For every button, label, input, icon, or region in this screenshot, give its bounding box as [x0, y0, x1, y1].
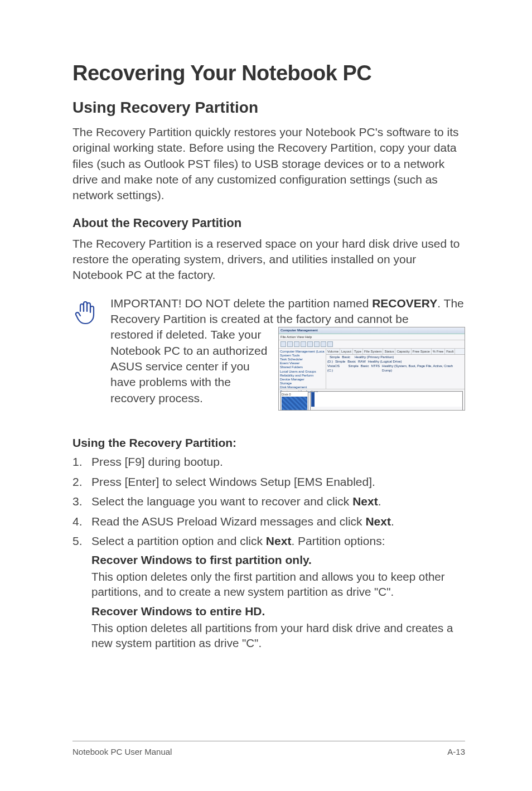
hand-stop-icon	[72, 297, 99, 328]
important-rest: restored if deleted. Take your Notebook …	[110, 327, 269, 406]
important-callout: IMPORTANT! DO NOT delete the partition n…	[72, 296, 465, 411]
option-1-body: This option deletes only the first parti…	[91, 569, 465, 599]
page-title: Recovering Your Notebook PC	[72, 61, 465, 85]
shot-toolbar	[279, 340, 465, 349]
shot-titlebar: Computer Management	[279, 327, 465, 334]
page-footer: Notebook PC User Manual A-13	[72, 741, 465, 756]
shot-grid: VolumeLayoutTypeFile SystemStatusCapacit…	[326, 349, 465, 389]
footer-left: Notebook PC User Manual	[72, 747, 172, 756]
important-lead: IMPORTANT! DO NOT delete the partition n…	[110, 297, 372, 310]
step-2: Press [Enter] to select Windows Setup [E…	[72, 473, 465, 491]
important-line1: IMPORTANT! DO NOT delete the partition n…	[110, 296, 465, 327]
section2-body: The Recovery Partition is a reserved spa…	[72, 236, 465, 283]
section-heading-using: Using Recovery Partition	[72, 99, 465, 117]
option-1-title: Recover Windows to first partition only.	[91, 553, 465, 567]
section1-body: The Recovery Partition quickly restores …	[72, 124, 465, 204]
section-heading-about: About the Recovery Partition	[72, 216, 465, 230]
step-3: Select the language you want to recover …	[72, 493, 465, 510]
footer-right: A-13	[447, 747, 465, 756]
option-2: Recover Windows to entire HD. This optio…	[91, 605, 465, 650]
option-2-body: This option deletes all partitions from …	[91, 620, 465, 650]
option-2-title: Recover Windows to entire HD.	[91, 605, 465, 618]
shot-diskbars: Disk 0	[279, 389, 465, 411]
shot-tree: Computer Management (Local System Tools …	[279, 349, 326, 389]
step-4: Read the ASUS Preload Wizard messages an…	[72, 513, 465, 530]
recovery-bold: RECOVERY	[372, 297, 437, 310]
step-5: Select a partition option and click Next…	[72, 532, 465, 550]
shot-menu: File Action View Help	[279, 334, 465, 340]
section-heading-using2: Using the Recovery Partition:	[72, 436, 465, 450]
option-1: Recover Windows to first partition only.…	[91, 553, 465, 599]
steps-list: Press [F9] during bootup. Press [Enter] …	[72, 453, 465, 550]
disk-management-screenshot: Computer Management File Action View Hel…	[278, 327, 465, 411]
step-1: Press [F9] during bootup.	[72, 453, 465, 471]
